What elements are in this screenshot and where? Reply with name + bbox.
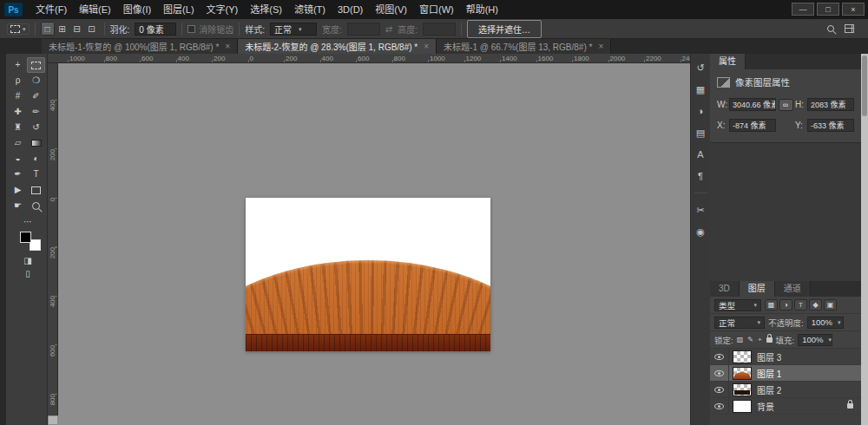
scrollbar-thumb[interactable] <box>862 56 867 116</box>
quick-selection-tool[interactable]: ❍ <box>27 73 45 88</box>
libraries-icon[interactable]: ▤ <box>696 128 705 138</box>
filter-type-layers-icon[interactable]: T <box>794 299 807 311</box>
menu-select[interactable]: 选择(S) <box>244 0 288 19</box>
tab-close-icon[interactable]: × <box>598 42 603 51</box>
lasso-tool[interactable]: ρ <box>9 73 27 88</box>
canvas-pasteboard[interactable] <box>58 63 690 425</box>
document-tab-1[interactable]: 未标题-1-恢复的 @ 100%(图层 1, RGB/8#) *× <box>42 39 238 54</box>
lock-all-icon[interactable] <box>766 337 773 343</box>
swap-dimensions-icon[interactable]: ⇄ <box>385 24 392 34</box>
visibility-toggle[interactable] <box>710 398 729 414</box>
intersect-selection-button[interactable]: ⊡ <box>85 22 99 36</box>
lock-transparency-icon[interactable]: ▨ <box>737 336 744 343</box>
fill-select[interactable]: 100% ▾ <box>798 334 832 346</box>
document-canvas[interactable] <box>246 198 490 351</box>
tab-properties[interactable]: 属性 <box>710 54 746 69</box>
brush-tool[interactable]: ✏ <box>27 104 45 120</box>
tool-preset-button[interactable]: ▾ <box>7 23 30 35</box>
rectangle-tool[interactable] <box>27 182 45 198</box>
tab-3d[interactable]: 3D <box>710 281 740 297</box>
new-selection-button[interactable]: □ <box>41 22 55 36</box>
subtract-from-selection-button[interactable]: ⊟ <box>70 22 84 36</box>
quick-mask-icon[interactable]: ◨ <box>12 256 43 265</box>
tab-close-icon[interactable]: × <box>424 42 429 51</box>
link-dimensions-icon[interactable]: ∞ <box>779 99 793 111</box>
swatches-icon[interactable]: ▦ <box>696 84 705 95</box>
document-tab-3[interactable]: 未标题-1 @ 66.7%(图层 13, RGB/8#) *× <box>437 39 611 54</box>
history-icon[interactable]: ↺ <box>696 62 704 73</box>
tab-layers[interactable]: 图层 <box>740 281 775 297</box>
add-to-selection-button[interactable]: ⊞ <box>56 22 69 36</box>
menu-layer[interactable]: 图层(L) <box>157 0 200 19</box>
rectangular-marquee-tool[interactable] <box>27 57 45 73</box>
screen-mode-icon[interactable]: ▯ <box>12 269 43 278</box>
dodge-tool[interactable]: ◐ <box>27 151 45 167</box>
feather-input[interactable]: 0 像素 <box>135 23 176 36</box>
close-button[interactable]: × <box>842 3 865 16</box>
menu-window[interactable]: 窗口(W) <box>413 0 460 19</box>
blend-mode-select[interactable]: 正常 ▾ <box>714 317 765 329</box>
lock-paint-icon[interactable]: ✎ <box>747 336 753 343</box>
horizontal-ruler[interactable]: 1000800600400200020040060080010001200140… <box>48 54 690 63</box>
lock-position-icon[interactable]: + <box>758 336 762 343</box>
document-tab-2[interactable]: 未标题-2-恢复的 @ 28.3%(图层 1, RGB/8#) *× <box>238 39 437 54</box>
zoom-tool[interactable] <box>27 198 45 213</box>
crop-tool[interactable]: # <box>9 88 27 104</box>
eraser-tool[interactable]: ▱ <box>9 135 27 151</box>
menu-edit[interactable]: 编辑(E) <box>73 0 117 19</box>
tab-close-icon[interactable]: × <box>225 42 230 51</box>
minimize-button[interactable]: — <box>792 3 814 16</box>
eyedropper-tool[interactable]: ✐ <box>27 88 45 104</box>
visibility-toggle[interactable] <box>710 349 729 364</box>
gradient-tool[interactable] <box>27 135 45 151</box>
hand-tool[interactable]: ☛ <box>9 198 27 213</box>
blur-tool[interactable]: ◒ <box>9 151 27 167</box>
layer-row-1[interactable]: 图层 3 <box>710 349 861 365</box>
vertical-ruler[interactable]: 4002000200400600800 <box>48 63 58 425</box>
edit-toolbar-icon[interactable]: ⋯ <box>12 217 43 226</box>
menu-filter[interactable]: 滤镜(T) <box>288 0 332 19</box>
pen-tool[interactable]: ✒ <box>9 167 27 182</box>
style-select[interactable]: 正常 ▾ <box>270 23 317 36</box>
antialias-checkbox[interactable]: 消除锯齿 <box>187 23 233 36</box>
menu-file[interactable]: 文件(F) <box>30 0 73 19</box>
visibility-toggle[interactable] <box>710 382 729 397</box>
layer-row-3[interactable]: 图层 2 <box>710 382 861 398</box>
menu-type[interactable]: 文字(Y) <box>201 0 245 19</box>
y-value-field[interactable]: -633 像素 <box>807 119 854 132</box>
horizontal-type-tool[interactable]: T <box>27 167 45 182</box>
workspace-switcher-icon[interactable] <box>845 24 854 33</box>
x-value-field[interactable]: -874 像素 <box>729 119 776 132</box>
panel-scrollbar[interactable] <box>861 54 868 425</box>
move-tool[interactable]: + <box>9 57 27 73</box>
layer-row-4[interactable]: 背景 <box>710 398 861 415</box>
timeline-icon[interactable]: ◉ <box>696 226 705 237</box>
character-panel-icon[interactable]: A <box>697 149 703 160</box>
filter-smart-objects-icon[interactable]: ▣ <box>824 299 837 311</box>
path-selection-tool[interactable]: ▶ <box>9 182 27 198</box>
paragraph-panel-icon[interactable]: ¶ <box>698 171 703 181</box>
layer-row-2[interactable]: 图层 1 <box>710 365 861 382</box>
width-value-field[interactable]: 3040.66 像素 <box>729 98 776 111</box>
filter-pixel-layers-icon[interactable]: ▩ <box>765 299 778 311</box>
history-brush-tool[interactable]: ↺ <box>27 120 45 135</box>
clone-source-icon[interactable]: ✂ <box>696 205 704 215</box>
foreground-color-swatch[interactable] <box>20 232 31 243</box>
search-icon[interactable] <box>827 25 834 32</box>
maximize-button[interactable]: □ <box>817 3 839 16</box>
select-and-mask-button[interactable]: 选择并遮住… <box>467 20 542 38</box>
menu-image[interactable]: 图像(I) <box>117 0 157 19</box>
spot-healing-brush-tool[interactable]: ✚ <box>9 104 27 120</box>
menu-help[interactable]: 帮助(H) <box>460 0 504 19</box>
menu-3d[interactable]: 3D(D) <box>332 0 369 19</box>
adjustments-icon[interactable]: ◑ <box>698 106 704 116</box>
filter-adjustment-layers-icon[interactable]: ◑ <box>779 299 792 311</box>
menu-view[interactable]: 视图(V) <box>369 0 413 19</box>
opacity-select[interactable]: 100% ▾ <box>807 317 844 329</box>
height-value-field[interactable]: 2083 像素 <box>807 98 854 111</box>
filter-type-select[interactable]: 类型 ▾ <box>714 299 761 311</box>
visibility-toggle[interactable] <box>710 365 729 381</box>
filter-shape-layers-icon[interactable]: ◆ <box>809 299 822 311</box>
clone-stamp-tool[interactable]: ♜ <box>9 120 27 135</box>
tab-channels[interactable]: 通道 <box>775 281 811 297</box>
